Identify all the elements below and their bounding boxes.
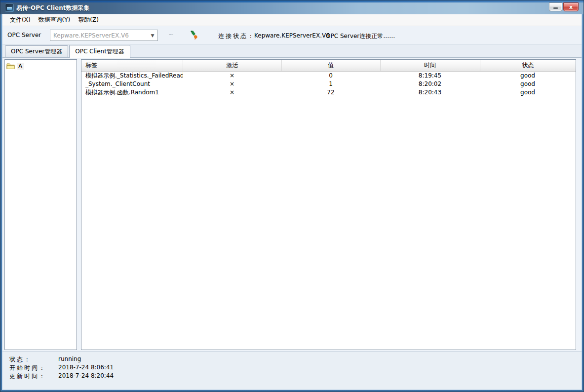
cell-value: 0 xyxy=(281,71,380,80)
cell-time: 8:20:02 xyxy=(380,80,480,88)
start-time-value: 2018-7-24 8:06:41 xyxy=(58,364,114,372)
cell-tag: _System._ClientCount xyxy=(81,80,183,88)
titlebar[interactable]: 易传-OPC Client数据采集 x xyxy=(0,0,584,14)
status-label: 状态： xyxy=(9,355,58,363)
tilde-glyph: ~ xyxy=(168,31,174,38)
plug-connect-icon xyxy=(189,30,200,41)
opc-server-combo[interactable]: Kepware.KEPServerEX.V6 ▼ xyxy=(50,30,158,41)
table-row[interactable]: _System._ClientCount × 1 8:20:02 good xyxy=(81,80,576,88)
cell-active: × xyxy=(183,88,281,97)
tab-opc-server-manager[interactable]: OPC Server管理器 xyxy=(5,45,68,57)
group-tree-panel[interactable]: A xyxy=(4,59,77,350)
folder-icon xyxy=(6,63,15,70)
column-header-active[interactable]: 激活 xyxy=(183,60,281,71)
start-time-label: 开始时间： xyxy=(9,364,58,372)
table-row[interactable]: 模拟器示例._Statistics._FailedReads × 0 8:19:… xyxy=(81,71,576,80)
connection-status-label: 连接状态： xyxy=(218,32,255,40)
column-header-value[interactable]: 值 xyxy=(281,60,380,71)
connection-status-server: Kepware.KEPServerEX.V6 xyxy=(254,32,330,39)
update-time-value: 2018-7-24 8:20:44 xyxy=(58,372,114,380)
status-row: 状态： running xyxy=(9,355,582,363)
cell-status: good xyxy=(480,80,576,88)
start-time-row: 开始时间： 2018-7-24 8:06:41 xyxy=(9,364,582,372)
connection-status-message: OPC Server连接正常…… xyxy=(326,32,395,40)
minimize-button[interactable] xyxy=(549,2,562,11)
client-area: 文件(X) 数据查询(Y) 帮助(Z) OPC Server Kepware.K… xyxy=(2,14,582,390)
column-header-time[interactable]: 时间 xyxy=(380,60,480,71)
column-header-tag[interactable]: 标签 xyxy=(81,60,183,71)
status-value: running xyxy=(58,355,81,363)
update-time-row: 更新时间： 2018-7-24 8:20:44 xyxy=(9,372,582,380)
app-window: 易传-OPC Client数据采集 x 文件(X) 数据查询(Y) 帮助(Z) … xyxy=(0,0,584,392)
table-row[interactable]: 模拟器示例.函数.Random1 × 72 8:20:43 good xyxy=(81,88,576,97)
cell-tag: 模拟器示例.函数.Random1 xyxy=(81,88,183,97)
connect-button[interactable] xyxy=(189,30,200,41)
table-header-row: 标签 激活 值 时间 状态 xyxy=(81,60,576,71)
close-icon: x xyxy=(569,4,573,10)
update-time-label: 更新时间： xyxy=(9,372,58,380)
opc-server-combo-value: Kepware.KEPServerEX.V6 xyxy=(50,32,148,39)
column-header-status[interactable]: 状态 xyxy=(480,60,576,71)
toolbar: OPC Server Kepware.KEPServerEX.V6 ▼ ~ 连接… xyxy=(2,26,582,44)
status-panel: 状态： running 开始时间： 2018-7-24 8:06:41 更新时间… xyxy=(2,351,582,390)
app-icon xyxy=(5,3,14,12)
cell-active: × xyxy=(183,71,281,80)
tree-item-label: A xyxy=(17,63,24,70)
content-area: A 标签 激活 值 时间 状态 xyxy=(2,58,582,351)
tab-opc-client-manager[interactable]: OPC Client管理器 xyxy=(69,45,130,58)
tree-item-a[interactable]: A xyxy=(6,62,75,71)
tab-strip: OPC Server管理器 OPC Client管理器 xyxy=(2,44,582,58)
cell-tag: 模拟器示例._Statistics._FailedReads xyxy=(81,71,183,80)
close-button[interactable]: x xyxy=(563,2,579,11)
menu-data-query[interactable]: 数据查询(Y) xyxy=(35,14,74,26)
cell-active: × xyxy=(183,80,281,88)
cell-value: 1 xyxy=(281,80,380,88)
tag-table: 标签 激活 值 时间 状态 模拟器示例._Statistics._FailedR… xyxy=(81,60,576,97)
minimize-icon xyxy=(553,7,558,9)
cell-time: 8:20:43 xyxy=(380,88,480,97)
menu-help[interactable]: 帮助(Z) xyxy=(75,14,102,26)
cell-value: 72 xyxy=(281,88,380,97)
cell-status: good xyxy=(480,71,576,80)
opc-server-label: OPC Server xyxy=(7,32,41,39)
chevron-down-icon[interactable]: ▼ xyxy=(148,33,157,38)
cell-status: good xyxy=(480,88,576,97)
menu-file[interactable]: 文件(X) xyxy=(6,14,34,26)
window-title: 易传-OPC Client数据采集 xyxy=(16,4,89,12)
tag-table-panel: 标签 激活 值 时间 状态 模拟器示例._Statistics._FailedR… xyxy=(81,59,576,350)
cell-time: 8:19:45 xyxy=(380,71,480,80)
menu-bar: 文件(X) 数据查询(Y) 帮助(Z) xyxy=(2,14,582,26)
